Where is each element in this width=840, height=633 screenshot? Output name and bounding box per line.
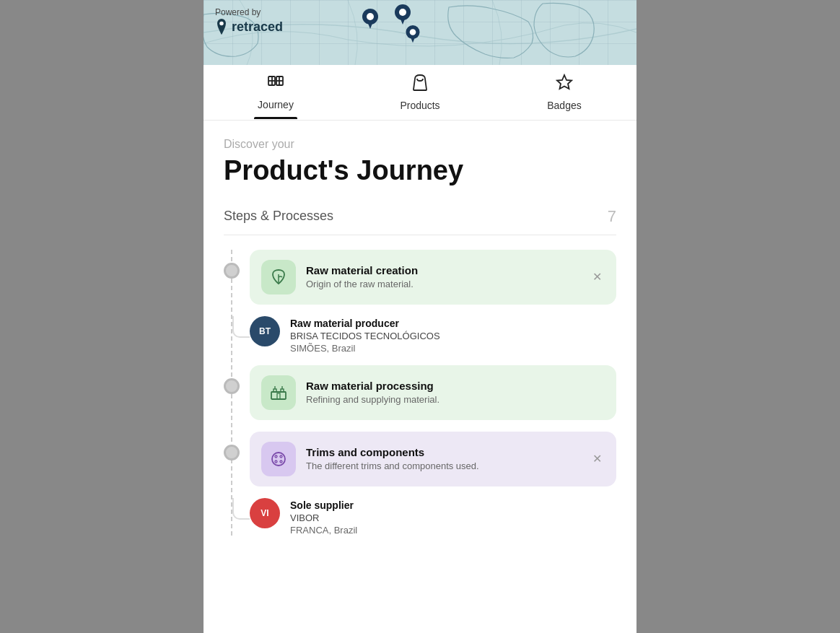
svg-point-26 — [275, 455, 277, 458]
tab-badges[interactable]: Badges — [492, 74, 636, 120]
timeline: Raw material creation Origin of the raw … — [224, 250, 616, 536]
badges-icon — [556, 74, 573, 95]
svg-marker-16 — [557, 75, 572, 89]
step-text-2: Raw material processing Refining and sup… — [306, 380, 439, 405]
step-dot-1 — [224, 263, 240, 279]
sub-name-vi: VIBOR — [290, 512, 357, 523]
sub-text-vi: Sole supplier VIBOR FRANCA, Brazil — [290, 498, 357, 536]
step-title-1: Raw material creation — [306, 264, 418, 276]
sub-connector-1 — [232, 316, 250, 338]
retraced-logo: retraced — [215, 19, 283, 35]
journey-icon — [267, 74, 284, 95]
step-card-left-3: Trims and components The different trims… — [261, 442, 479, 476]
step-card-raw-processing[interactable]: Raw material processing Refining and sup… — [250, 365, 616, 420]
tab-journey[interactable]: Journey — [204, 74, 348, 119]
step-card-left-1: Raw material creation Origin of the raw … — [261, 260, 418, 294]
step-desc-2: Refining and supplying material. — [306, 394, 439, 405]
close-icon-3[interactable]: ✕ — [590, 449, 605, 468]
step-title-2: Raw material processing — [306, 380, 439, 392]
svg-marker-5 — [400, 17, 406, 25]
step-item-trims: Trims and components The different trims… — [224, 432, 616, 486]
step-icon-button — [261, 442, 296, 476]
sub-role-bt: Raw material producer — [290, 318, 440, 329]
svg-rect-21 — [277, 393, 280, 399]
svg-point-4 — [399, 9, 406, 16]
sub-location-bt: SIMÕES, Brazil — [290, 343, 440, 354]
tab-products[interactable]: Products — [348, 74, 492, 120]
sub-connector-3 — [232, 498, 250, 520]
close-icon-1[interactable]: ✕ — [590, 267, 605, 287]
tab-badges-label: Badges — [547, 100, 581, 111]
svg-marker-8 — [411, 37, 416, 43]
map-header: Powered by retraced — [204, 0, 636, 65]
step-desc-3: The different trims and components used. — [306, 460, 479, 471]
step-text-1: Raw material creation Origin of the raw … — [306, 264, 418, 289]
svg-point-7 — [410, 29, 416, 35]
svg-marker-2 — [367, 22, 373, 29]
steps-header: Steps & Processes 7 — [224, 207, 616, 226]
steps-divider — [224, 235, 616, 235]
brand-name: retraced — [232, 19, 283, 35]
sub-item-bt: BT Raw material producer BRISA TECIDOS T… — [250, 316, 616, 354]
step-card-trims[interactable]: Trims and components The different trims… — [250, 432, 616, 486]
sub-item-vi: VI Sole supplier VIBOR FRANCA, Brazil — [250, 498, 616, 536]
tab-journey-label: Journey — [258, 99, 294, 110]
step-item-raw-processing: Raw material processing Refining and sup… — [224, 365, 616, 420]
step-card-left-2: Raw material processing Refining and sup… — [261, 375, 439, 410]
step-item-raw-creation: Raw material creation Origin of the raw … — [224, 250, 616, 305]
products-icon — [412, 74, 428, 95]
steps-label: Steps & Processes — [224, 209, 333, 224]
step-dot-2 — [224, 378, 240, 394]
svg-point-28 — [275, 460, 277, 463]
tabs-bar: Journey Products Badges — [204, 65, 636, 121]
svg-point-9 — [219, 22, 224, 26]
svg-point-29 — [280, 460, 282, 463]
main-content: Discover your Product's Journey Steps & … — [204, 121, 636, 564]
powered-by-section: Powered by retraced — [215, 7, 283, 35]
step-desc-1: Origin of the raw material. — [306, 279, 418, 289]
retraced-logo-icon — [215, 19, 228, 35]
step-icon-factory — [261, 375, 296, 410]
avatar-bt: BT — [250, 316, 280, 346]
map-pin-3 — [406, 25, 420, 44]
steps-count: 7 — [608, 207, 616, 226]
step-text-3: Trims and components The different trims… — [306, 446, 479, 471]
sub-text-bt: Raw material producer BRISA TECIDOS TECN… — [290, 316, 440, 354]
journey-title: Product's Journey — [224, 155, 616, 187]
svg-point-1 — [367, 13, 374, 20]
sub-location-vi: FRANCA, Brazil — [290, 525, 357, 536]
svg-point-25 — [272, 453, 285, 466]
step-title-3: Trims and components — [306, 446, 479, 458]
map-pin-1 — [362, 9, 378, 30]
svg-point-27 — [280, 455, 282, 458]
sub-name-bt: BRISA TECIDOS TECNOLÓGICOS — [290, 331, 440, 341]
step-dot-3 — [224, 445, 240, 460]
avatar-vi: VI — [250, 498, 280, 528]
map-pin-2 — [395, 4, 411, 26]
step-icon-leaf — [261, 260, 296, 294]
discover-label: Discover your — [224, 138, 616, 151]
step-card-raw-creation[interactable]: Raw material creation Origin of the raw … — [250, 250, 616, 305]
powered-by-text: Powered by — [215, 7, 283, 17]
sub-role-vi: Sole supplier — [290, 499, 357, 511]
tab-products-label: Products — [400, 100, 439, 111]
